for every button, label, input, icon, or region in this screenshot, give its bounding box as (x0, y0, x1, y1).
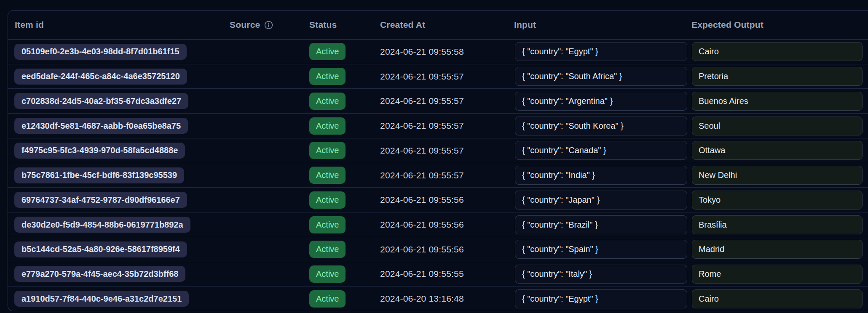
input-box[interactable]: { "country": "Argentina" } (515, 92, 687, 111)
item-id-pill[interactable]: f4975c95-5fc3-4939-970d-58fa5cd4888e (14, 143, 185, 159)
input-cell: { "country": "South Korea" } (514, 117, 691, 135)
created-at-text: 2024-06-21 09:55:56 (380, 244, 464, 255)
item-id-pill[interactable]: e12430df-5e81-4687-aabb-f0ea65be8a75 (14, 118, 188, 134)
status-cell: Active (309, 142, 380, 159)
expected-output-cell: Madrid (691, 240, 868, 259)
expected-output-box[interactable]: Madrid (692, 240, 863, 259)
expected-output-box[interactable]: Seoul (692, 117, 863, 135)
expected-output-box[interactable]: Brasília (692, 215, 863, 234)
status-cell: Active (309, 290, 380, 308)
input-box[interactable]: { "country": "Italy" } (515, 265, 687, 284)
status-badge: Active (309, 142, 346, 159)
item-id-cell: 69764737-34af-4752-9787-d90df96166e7 (8, 192, 230, 208)
expected-output-box[interactable]: Rome (692, 265, 863, 284)
input-cell: { "country": "India" } (514, 166, 691, 185)
info-circle-icon[interactable] (264, 21, 273, 29)
input-cell: { "country": "Brazil" } (514, 215, 691, 234)
page: Item id Source Status Created At (0, 0, 868, 313)
expected-output-cell: Rome (691, 265, 868, 284)
status-badge: Active (309, 93, 346, 110)
item-id-cell: a1910d57-7f84-440c-9e46-a31c2d7e2151 (8, 291, 230, 307)
input-cell: { "country": "Egypt" } (514, 42, 691, 61)
expected-output-cell: Seoul (691, 117, 868, 135)
input-box[interactable]: { "country": "Japan" } (515, 191, 687, 210)
item-id-cell: b75c7861-1fbe-45cf-bdf6-83f139c95539 (8, 167, 230, 183)
expected-output-box[interactable]: Pretoria (692, 67, 863, 86)
input-box[interactable]: { "country": "India" } (515, 166, 687, 185)
input-box[interactable]: { "country": "Canada" } (515, 141, 687, 160)
status-badge: Active (309, 117, 346, 135)
input-box[interactable]: { "country": "Egypt" } (515, 42, 687, 61)
created-at-cell: 2024-06-21 09:55:57 (380, 121, 514, 131)
column-header-item-id-label: Item id (15, 20, 44, 30)
item-id-pill[interactable]: c702838d-24d5-40a2-bf35-67dc3a3dfe27 (14, 93, 188, 109)
expected-output-box[interactable]: Ottawa (692, 141, 863, 160)
status-cell: Active (309, 117, 380, 135)
expected-output-cell: Tokyo (691, 191, 868, 210)
input-box[interactable]: { "country": "South Korea" } (515, 117, 687, 135)
item-id-pill[interactable]: 69764737-34af-4752-9787-d90df96166e7 (14, 192, 187, 208)
status-cell: Active (309, 167, 380, 184)
item-id-pill[interactable]: b5c144cd-52a5-4a80-926e-58617f8959f4 (14, 241, 187, 257)
created-at-text: 2024-06-21 09:55:57 (380, 121, 464, 131)
status-cell: Active (309, 265, 380, 283)
created-at-cell: 2024-06-21 09:55:56 (380, 195, 514, 205)
expected-output-box[interactable]: Cairo (692, 42, 863, 61)
expected-output-box[interactable]: Buenos Aires (692, 92, 863, 111)
table-row: b75c7861-1fbe-45cf-bdf6-83f139c95539 Act… (8, 163, 868, 188)
status-badge: Active (309, 265, 346, 283)
expected-output-cell: Ottawa (691, 141, 868, 160)
input-cell: { "country": "Italy" } (514, 265, 691, 284)
column-header-input: Input (514, 20, 691, 30)
column-header-status: Status (309, 20, 380, 30)
column-header-expected-output: Expected Output (691, 20, 868, 30)
column-header-item-id: Item id (8, 20, 230, 30)
item-id-pill[interactable]: a1910d57-7f84-440c-9e46-a31c2d7e2151 (14, 291, 189, 307)
column-header-source: Source (230, 20, 309, 30)
created-at-cell: 2024-06-21 09:55:55 (380, 269, 514, 279)
status-badge: Active (309, 241, 346, 258)
table-header: Item id Source Status Created At (8, 11, 868, 40)
column-header-status-label: Status (309, 20, 337, 30)
item-id-cell: c702838d-24d5-40a2-bf35-67dc3a3dfe27 (8, 93, 230, 109)
column-header-source-label: Source (230, 20, 260, 30)
dataset-items-table: Item id Source Status Created At (8, 10, 868, 311)
item-id-pill[interactable]: b75c7861-1fbe-45cf-bdf6-83f139c95539 (14, 167, 184, 183)
created-at-text: 2024-06-21 09:55:57 (380, 96, 464, 106)
status-cell: Active (309, 93, 380, 110)
status-cell: Active (309, 216, 380, 233)
item-id-cell: de30d2e0-f5d9-4854-88b6-0619771b892a (8, 217, 230, 233)
created-at-text: 2024-06-21 09:55:57 (380, 72, 464, 82)
created-at-cell: 2024-06-21 09:55:56 (380, 244, 514, 255)
item-id-pill[interactable]: de30d2e0-f5d9-4854-88b6-0619771b892a (14, 217, 190, 233)
input-cell: { "country": "Canada" } (514, 141, 691, 160)
created-at-text: 2024-06-21 09:55:57 (380, 146, 464, 156)
created-at-cell: 2024-06-21 09:55:57 (380, 72, 514, 82)
status-cell: Active (309, 241, 380, 258)
input-box[interactable]: { "country": "South Africa" } (515, 67, 687, 86)
expected-output-box[interactable]: Tokyo (692, 191, 863, 210)
table-row: b5c144cd-52a5-4a80-926e-58617f8959f4 Act… (8, 237, 868, 262)
created-at-cell: 2024-06-21 09:55:56 (380, 220, 514, 230)
input-cell: { "country": "Spain" } (514, 240, 691, 259)
item-id-pill[interactable]: e779a270-579a-4f45-aec4-35b72d3bff68 (14, 266, 185, 282)
input-cell: { "country": "South Africa" } (514, 67, 691, 86)
item-id-cell: e779a270-579a-4f45-aec4-35b72d3bff68 (8, 266, 230, 282)
status-cell: Active (309, 68, 380, 85)
item-id-pill[interactable]: eed5dafe-244f-465c-a84c-4a6e35725120 (14, 69, 187, 85)
status-badge: Active (309, 68, 346, 85)
item-id-cell: b5c144cd-52a5-4a80-926e-58617f8959f4 (8, 241, 230, 257)
table-row: de30d2e0-f5d9-4854-88b6-0619771b892a Act… (8, 212, 868, 237)
table-row: 69764737-34af-4752-9787-d90df96166e7 Act… (8, 187, 868, 212)
expected-output-cell: Pretoria (691, 67, 868, 86)
expected-output-cell: Cairo (691, 42, 868, 61)
input-box[interactable]: { "country": "Brazil" } (515, 215, 687, 234)
input-box[interactable]: { "country": "Spain" } (515, 240, 687, 259)
expected-output-box[interactable]: New Delhi (692, 166, 863, 185)
input-box[interactable]: { "country": "Egypt" } (515, 289, 687, 308)
table-row: e12430df-5e81-4687-aabb-f0ea65be8a75 Act… (8, 113, 868, 138)
input-cell: { "country": "Egypt" } (514, 289, 691, 308)
expected-output-box[interactable]: Cairo (692, 289, 863, 308)
item-id-pill[interactable]: 05109ef0-2e3b-4e03-98dd-8f7d01b61f15 (14, 44, 187, 60)
expected-output-cell: Cairo (691, 289, 868, 308)
